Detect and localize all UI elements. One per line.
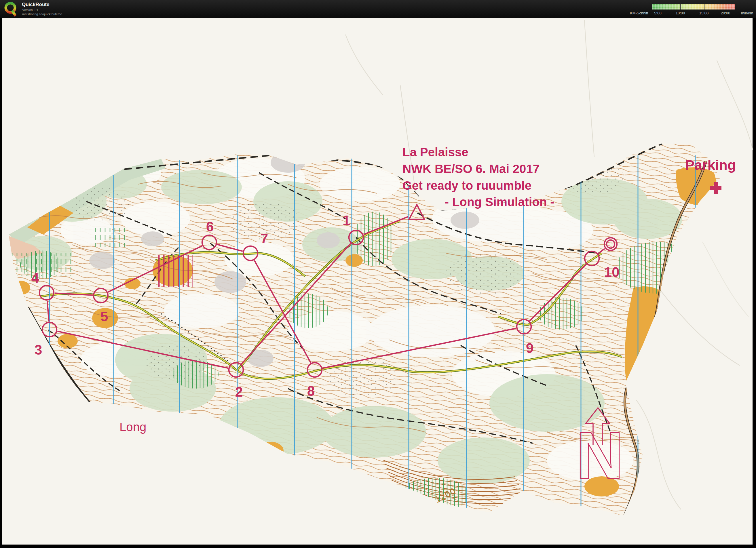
control-number-label: 7 <box>261 231 268 246</box>
pace-tick-mark <box>704 4 704 9</box>
control-number-label: 3 <box>35 342 42 357</box>
pace-gradient-bar <box>652 4 735 9</box>
title-bar: QuickRoute Version 2.4 matstroeng.se/qui… <box>0 0 756 18</box>
pace-unit-label: min/km <box>741 11 753 15</box>
pace-tick-label: 10:00 <box>676 11 685 15</box>
control-number-label: 8 <box>307 383 315 399</box>
control-number-label: 10 <box>604 265 619 280</box>
north-arrow-letter: N <box>576 418 624 492</box>
course-name-label: Long <box>119 420 146 434</box>
pace-tick-label: 15:00 <box>699 11 709 15</box>
pace-legend: KM-Schnitt 5:00 10:00 15:00 20:00 min/km <box>621 0 756 18</box>
map-title-line-1: La Pelaisse <box>402 145 468 159</box>
map-title-line-2: NWK BE/SO 6. Mai 2017 <box>402 162 540 176</box>
pace-legend-label: KM-Schnitt <box>630 11 648 15</box>
pace-tick-mark <box>680 4 681 9</box>
control-number-label: 9 <box>526 340 534 356</box>
control-number-label: 6 <box>206 219 214 234</box>
quickroute-logo-icon <box>4 1 17 17</box>
parking-label: Parking <box>685 157 736 173</box>
control-number-label: 5 <box>100 309 108 324</box>
pace-tick-label: 20:00 <box>721 11 730 15</box>
pace-tick-label: 5:00 <box>654 11 661 15</box>
map-title-line-3: Get ready to ruuumble <box>402 179 531 192</box>
north-arrow-icon: N <box>576 408 624 492</box>
map-title-line-4: - Long Simulation - <box>445 195 554 209</box>
app-website: matstroeng.se/quickroute/de <box>22 12 62 16</box>
app-version: Version 2.4 <box>22 8 38 12</box>
app-title: QuickRoute <box>22 2 49 7</box>
control-number-label: 1 <box>343 213 350 228</box>
control-number-label: 2 <box>235 384 243 399</box>
control-number-label: 4 <box>31 270 39 286</box>
map-canvas[interactable]: 1200 12345678910 La Pelaisse NWK BE/SO 6… <box>0 0 756 548</box>
